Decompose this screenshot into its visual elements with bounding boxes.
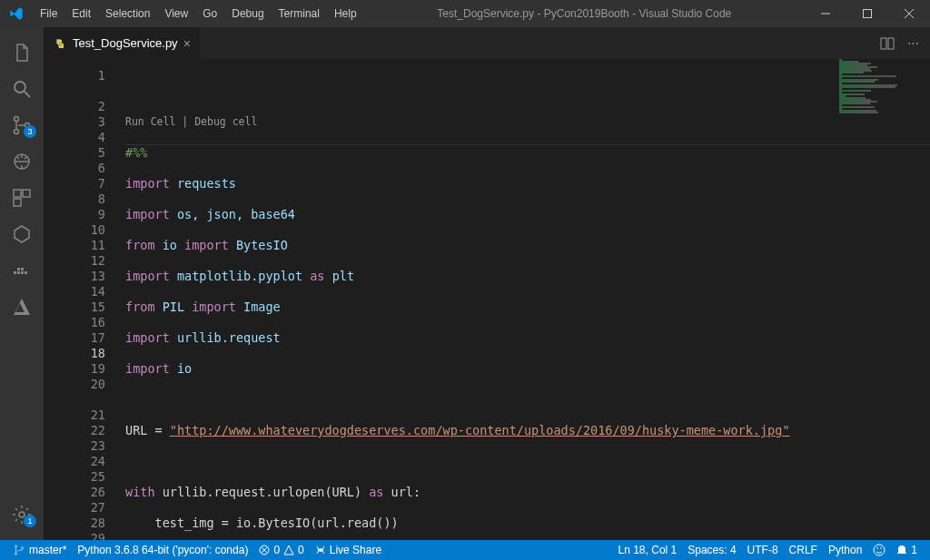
menu-edit[interactable]: Edit <box>64 7 98 20</box>
tab-close-icon[interactable]: × <box>183 36 191 51</box>
svg-rect-1 <box>864 10 872 18</box>
status-python[interactable]: Python 3.6.8 64-bit ('pycon': conda) <box>72 544 253 556</box>
search-icon[interactable] <box>0 71 44 107</box>
svg-rect-14 <box>881 38 886 49</box>
svg-point-17 <box>15 553 16 555</box>
extensions-icon[interactable] <box>0 180 44 216</box>
svg-rect-11 <box>23 190 30 197</box>
warning-icon <box>283 545 294 555</box>
git-branch-icon <box>13 544 25 556</box>
svg-point-23 <box>874 545 885 555</box>
menu-debug[interactable]: Debug <box>224 7 271 20</box>
settings-badge: 1 <box>24 515 36 527</box>
broadcast-icon <box>315 545 326 555</box>
tab-label: Test_DogService.py <box>73 36 178 50</box>
menu-view[interactable]: View <box>157 7 195 20</box>
editor-area: Test_DogService.py × ⋯ 12345678910111213… <box>44 27 930 540</box>
line-numbers: 1234567891011121314151617181920212223242… <box>44 59 125 540</box>
status-bar: master* Python 3.6.8 64-bit ('pycon': co… <box>0 540 930 560</box>
code-editor[interactable]: 1234567891011121314151617181920212223242… <box>44 59 930 540</box>
status-feedback[interactable] <box>867 544 891 556</box>
status-notifications[interactable]: 1 <box>891 544 923 556</box>
source-control-icon[interactable]: 3 <box>0 107 44 143</box>
more-actions-icon[interactable]: ⋯ <box>907 36 919 50</box>
title-bar: File Edit Selection View Go Debug Termin… <box>0 0 930 27</box>
settings-gear-icon[interactable]: 1 <box>0 496 44 533</box>
window-maximize-button[interactable] <box>846 0 888 27</box>
window-minimize-button[interactable] <box>805 0 846 27</box>
python-file-icon <box>53 36 67 51</box>
svg-rect-15 <box>888 38 894 49</box>
status-eol[interactable]: CRLF <box>784 544 823 556</box>
menu-go[interactable]: Go <box>195 7 224 20</box>
svg-point-4 <box>15 82 25 93</box>
status-problems[interactable]: 0 0 <box>253 544 309 556</box>
svg-point-18 <box>21 547 23 549</box>
status-cursor-position[interactable]: Ln 18, Col 1 <box>613 544 683 556</box>
svg-point-24 <box>877 547 879 549</box>
vscode-logo-icon <box>0 6 33 21</box>
docker-icon[interactable] <box>0 252 44 289</box>
menu-help[interactable]: Help <box>327 7 364 20</box>
svg-point-22 <box>319 548 322 552</box>
code-content[interactable]: Run Cell | Debug cell #%% import request… <box>125 59 930 540</box>
window-close-button[interactable] <box>888 0 930 27</box>
editor-tabs: Test_DogService.py × ⋯ <box>44 27 930 59</box>
menu-terminal[interactable]: Terminal <box>272 7 327 20</box>
svg-point-25 <box>881 547 883 549</box>
status-branch[interactable]: master* <box>7 544 72 556</box>
debug-icon[interactable] <box>0 143 44 180</box>
svg-point-16 <box>15 545 16 547</box>
status-live-share[interactable]: Live Share <box>310 544 387 556</box>
codelens-run-cell[interactable]: Run Cell | Debug cell <box>125 114 930 130</box>
window-title: Test_DogService.py - PyCon2019Booth - Vi… <box>364 7 805 20</box>
menubar: File Edit Selection View Go Debug Termin… <box>33 7 364 20</box>
svg-rect-12 <box>14 199 21 206</box>
smiley-icon <box>873 544 885 556</box>
status-encoding[interactable]: UTF-8 <box>742 544 784 556</box>
svg-point-7 <box>15 130 19 134</box>
status-language[interactable]: Python <box>823 544 867 556</box>
svg-point-13 <box>19 512 25 517</box>
azure-icon[interactable] <box>0 289 44 325</box>
tab-test-dogservice[interactable]: Test_DogService.py × <box>44 27 201 59</box>
svg-point-6 <box>15 117 19 122</box>
bell-icon <box>896 545 907 555</box>
minimap[interactable] <box>839 59 930 540</box>
svg-rect-10 <box>14 190 21 197</box>
scm-badge: 3 <box>24 125 36 138</box>
svg-line-5 <box>25 92 30 97</box>
status-spaces[interactable]: Spaces: 4 <box>682 544 741 556</box>
menu-selection[interactable]: Selection <box>98 7 157 20</box>
menu-file[interactable]: File <box>33 7 64 20</box>
error-icon <box>259 545 270 555</box>
activity-bar: 3 1 <box>0 27 44 540</box>
split-editor-icon[interactable] <box>880 36 895 51</box>
remote-icon[interactable] <box>0 216 44 252</box>
explorer-icon[interactable] <box>0 34 44 71</box>
